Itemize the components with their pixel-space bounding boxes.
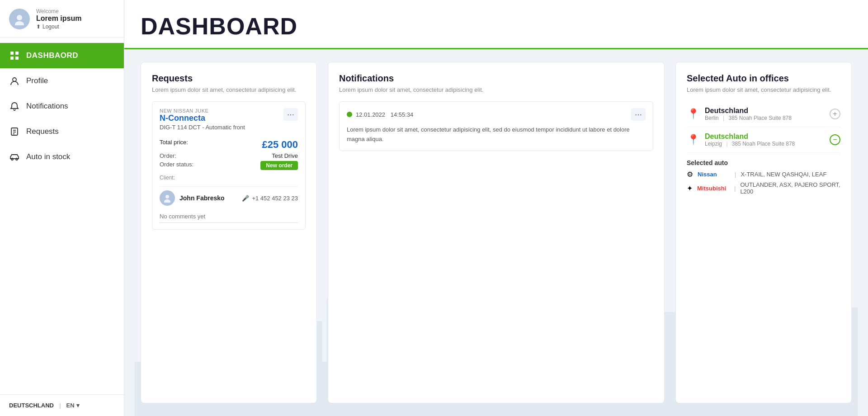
nissan-row: ⚙ Nissan | X-TRAIL, NEW QASHQAI, LEAF [687, 170, 840, 179]
request-item: new NISSAN JUKE N-Connecta DIG-T 114 DCT… [152, 101, 306, 230]
username: Lorem ipsum [36, 14, 81, 23]
svg-rect-3 [15, 52, 19, 55]
price-value: £25 000 [262, 139, 298, 151]
total-price-row: Total price: £25 000 [160, 139, 298, 151]
sidebar-item-dashboard[interactable]: DASHBAORD [0, 43, 124, 68]
notifications-card-title: Notifications [339, 73, 653, 84]
sidebar-item-label: Requests [26, 127, 59, 136]
office-item-berlin: 📍 Deutschland Berlin | 385 Noah Place Su… [687, 101, 840, 127]
auto-icon [9, 151, 20, 162]
main-area: DASHBOARD [124, 0, 868, 416]
status-row: Order status: New order [160, 161, 298, 170]
sidebar-item-label: Auto in stock [26, 152, 70, 161]
avatar [9, 9, 30, 29]
welcome-text: Welcome [36, 8, 81, 14]
svg-point-1 [15, 21, 24, 25]
sidebar-item-notifications[interactable]: Notifications [0, 94, 124, 119]
client-name: John Fabresko [179, 194, 225, 202]
mitsubishi-brand-icon: ✦ [687, 184, 693, 193]
notification-header: 12.01.2022 14:55:34 ⋯ [347, 108, 646, 121]
more-dots-icon: ⋯ [287, 110, 294, 119]
offices-card-subtitle: Lorem ipsum dolor sit amet, consectetur … [687, 86, 840, 93]
svg-point-11 [11, 158, 13, 160]
dashboard-icon [9, 50, 20, 61]
mitsubishi-models: OUTLANDER, ASX, PAJERO SPORT, L200 [740, 181, 840, 195]
nissan-brand-name: Nissan [698, 171, 730, 178]
request-name: N-Connecta [160, 113, 245, 123]
requests-icon [9, 126, 20, 137]
notifications-icon [9, 101, 20, 112]
notification-date: 12.01.2022 14:55:34 [356, 111, 413, 118]
notification-status-dot [347, 112, 352, 117]
office-city: Deutschland [705, 107, 792, 115]
svg-point-6 [13, 78, 16, 81]
client-avatar [160, 190, 175, 206]
notifications-card-subtitle: Lorem ipsum dolor sit amet, consectetur … [339, 86, 653, 93]
comment-input[interactable] [160, 210, 298, 223]
notification-more-button[interactable]: ⋯ [631, 108, 646, 121]
mitsubishi-row: ✦ Mitsubishi | OUTLANDER, ASX, PAJERO SP… [687, 181, 840, 195]
more-button[interactable]: ⋯ [283, 108, 298, 121]
sidebar-nav: DASHBAORD Profile Notifications [0, 38, 124, 394]
more-dots-icon: ⋯ [635, 110, 642, 119]
client-info: John Fabresko [160, 190, 225, 206]
remove-office-button[interactable]: − [830, 134, 840, 145]
client-label: Client: [160, 175, 298, 181]
offices-card-title: Selected Auto in offices [687, 73, 840, 84]
page-title: DASHBOARD [141, 13, 852, 40]
client-phone: 🎤 +1 452 452 23 23 [242, 195, 298, 202]
sidebar-item-label: DASHBAORD [26, 51, 78, 60]
svg-rect-2 [10, 52, 14, 55]
sidebar-item-profile[interactable]: Profile [0, 68, 124, 94]
order-row: Order: Test Drive [160, 152, 298, 159]
status-label: Order status: [160, 161, 193, 170]
page-header: DASHBOARD [124, 0, 868, 49]
language-selector[interactable]: EN ▾ [66, 402, 80, 409]
requests-card-subtitle: Lorem ipsum dolor sit amet, consectetur … [152, 86, 306, 93]
svg-rect-4 [10, 57, 14, 60]
profile-icon [9, 76, 20, 86]
svg-point-44 [164, 199, 170, 203]
notifications-card: Notifications Lorem ipsum dolor sit amet… [328, 62, 665, 403]
status-badge: New order [260, 161, 298, 170]
requests-card: Requests Lorem ipsum dolor sit amet, con… [141, 62, 317, 403]
logout-button[interactable]: ⬆ Logout [36, 24, 81, 30]
office-city: Deutschland [705, 132, 795, 141]
nissan-models: X-TRAIL, NEW QASHQAI, LEAF [741, 171, 826, 178]
order-label: Order: [160, 152, 176, 159]
office-item-leipzig: 📍 Deutschland Leipzig | 385 Noah Place S… [687, 127, 840, 153]
mitsubishi-brand-name: Mitsubishi [697, 185, 730, 192]
add-office-button[interactable]: + [830, 109, 840, 119]
notification-item: 12.01.2022 14:55:34 ⋯ Lorem ipsum dolor … [339, 101, 653, 151]
requests-card-title: Requests [152, 73, 306, 84]
svg-point-12 [16, 158, 18, 160]
offices-card: Selected Auto in offices Lorem ipsum dol… [675, 62, 852, 403]
sidebar-header: Welcome Lorem ipsum ⬆ Logout [0, 0, 124, 38]
dashboard-content: Requests Lorem ipsum dolor sit amet, con… [124, 49, 868, 416]
selected-auto-title: Selected auto [687, 159, 840, 166]
svg-point-0 [17, 15, 22, 20]
selected-auto-section: Selected auto ⚙ Nissan | X-TRAIL, NEW QA… [687, 159, 840, 195]
sidebar-item-auto-in-stock[interactable]: Auto in stock [0, 144, 124, 170]
location-pin-icon: 📍 [687, 108, 699, 120]
order-value: Test Drive [272, 152, 298, 159]
user-info: Welcome Lorem ipsum ⬆ Logout [36, 8, 81, 30]
client-row: John Fabresko 🎤 +1 452 452 23 23 [160, 186, 298, 206]
notification-body: Lorem ipsum dolor sit amet, consectetur … [347, 125, 646, 144]
microphone-icon: 🎤 [242, 195, 249, 202]
sidebar-item-label: Notifications [26, 102, 68, 111]
request-item-header: new NISSAN JUKE N-Connecta DIG-T 114 DCT… [160, 108, 298, 137]
sidebar: Welcome Lorem ipsum ⬆ Logout DASHBAORD [0, 0, 124, 416]
sidebar-item-requests[interactable]: Requests [0, 119, 124, 144]
chevron-down-icon: ▾ [76, 402, 80, 409]
request-details: Total price: £25 000 Order: Test Drive O… [160, 139, 298, 170]
sidebar-item-label: Profile [26, 76, 48, 85]
location-pin-icon: 📍 [687, 133, 699, 146]
request-tag: new NISSAN JUKE [160, 108, 245, 113]
nissan-brand-icon: ⚙ [687, 170, 693, 179]
logout-icon: ⬆ [36, 24, 41, 30]
sidebar-footer: DEUTSCHLAND | EN ▾ [0, 394, 124, 416]
request-desc: DIG-T 114 DCT - Automatic front [160, 124, 245, 131]
country-label: DEUTSCHLAND [9, 402, 54, 409]
total-price-label: Total price: [160, 139, 188, 151]
